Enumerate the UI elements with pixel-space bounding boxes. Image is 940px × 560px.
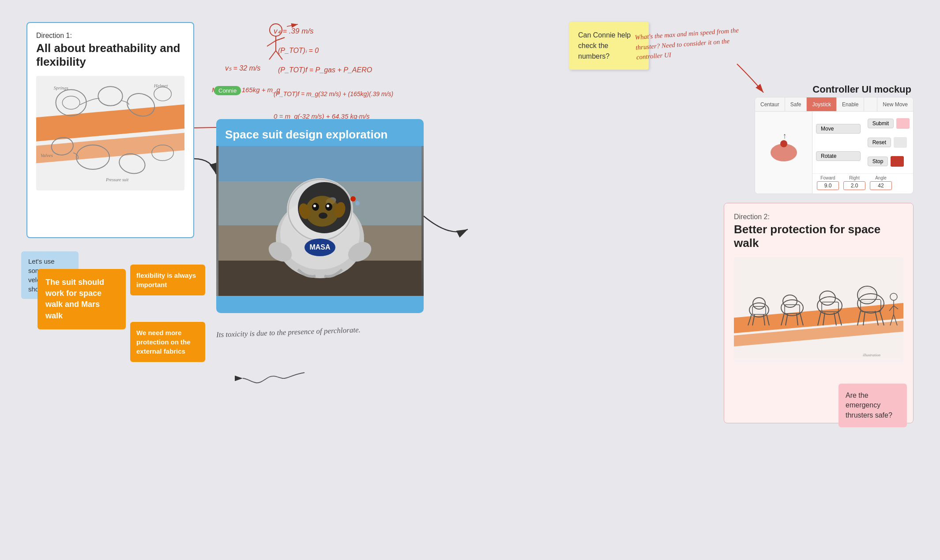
svg-line-21 (276, 37, 285, 41)
svg-point-5 (56, 90, 86, 116)
angle-field-group: Angle 42 (870, 175, 892, 190)
direction1-subtitle: Direction 1: (36, 32, 184, 40)
tab-centaur[interactable]: Centaur (755, 97, 785, 111)
svg-text:Pressure suit: Pressure suit (105, 177, 128, 182)
svg-line-22 (269, 51, 276, 60)
svg-point-38 (327, 205, 329, 207)
joystick-up-arrow: ↑ (783, 131, 787, 141)
foward-value[interactable]: 9.0 (817, 181, 839, 190)
orange-note-protection: We need more protection on the external … (130, 322, 205, 362)
tab-safe[interactable]: Safe (785, 97, 807, 111)
controller-input-fields: Foward 9.0 Right 2.0 Angle 42 (812, 173, 913, 194)
svg-line-20 (267, 41, 276, 46)
svg-point-37 (313, 205, 316, 207)
direction2-title: Better protection for space walk (734, 223, 903, 250)
svg-text:Springs: Springs (54, 86, 68, 91)
math-line4: (P_TOT)f = P_gas + P_AERO (278, 66, 372, 74)
controller-annotation: What's the max and min speed from the th… (635, 25, 747, 62)
reset-row: Reset (868, 137, 910, 148)
svg-text:Helmet: Helmet (154, 83, 168, 89)
controller-ui-card: Centaur Safe Joystick Enable New Move ↑ … (755, 97, 914, 194)
svg-text:Valves: Valves (41, 153, 53, 158)
joystick-control[interactable]: ↑ (771, 144, 797, 161)
orange-note-large: The suit should work for space walk and … (38, 269, 126, 329)
controller-controls: Move Rotate Submit Reset Stop (812, 112, 913, 194)
angle-label: Angle (875, 175, 887, 180)
joystick-dot (780, 140, 787, 147)
direction1-card: Direction 1: All about breathability and… (26, 22, 194, 238)
joystick-circle (771, 144, 797, 161)
direction2-subtitle: Direction 2: (734, 213, 903, 221)
center-card-image: MASA (216, 146, 424, 296)
direction1-image: Springs Helmet Valves Pressure suit (36, 76, 184, 190)
connie-user-label: Connie (214, 86, 241, 95)
stop-button[interactable]: Stop (868, 157, 888, 166)
submit-button[interactable]: Submit (868, 119, 894, 128)
foward-label: Foward (820, 175, 835, 180)
stop-row: Stop (868, 156, 910, 167)
svg-text:MASA: MASA (309, 243, 331, 251)
svg-point-34 (305, 196, 339, 227)
move-rotate-section: Move Rotate (812, 112, 864, 173)
controller-header: Centaur Safe Joystick Enable New Move (755, 97, 913, 112)
action-buttons-section: Submit Reset Stop (864, 112, 913, 173)
emergency-sticky-note: Are the emergency thrusters safe? (838, 384, 907, 427)
center-card-title: Space suit design exploration (216, 119, 424, 146)
center-card: Space suit design exploration (216, 119, 424, 313)
right-field-group: Right 2.0 (843, 175, 865, 190)
svg-point-9 (154, 87, 172, 101)
direction2-image: illustration (734, 257, 903, 363)
rotate-button[interactable]: Rotate (816, 151, 861, 161)
controller-body: ↑ Move Rotate Submit Reset (755, 112, 913, 194)
controller-buttons-area: Move Rotate Submit Reset Stop (812, 112, 913, 173)
math-line2: (P_TOT)ᵢ = 0 (278, 46, 319, 55)
reset-button[interactable]: Reset (868, 138, 891, 147)
dog-astronaut-image: MASA (216, 146, 424, 296)
stop-color-block (891, 156, 904, 167)
space-dogs-illustration: illustration (734, 257, 903, 363)
svg-point-47 (355, 201, 360, 205)
svg-point-7 (98, 87, 122, 106)
submit-row: Submit (868, 118, 910, 129)
svg-point-41 (319, 213, 327, 219)
angle-value[interactable]: 42 (870, 181, 892, 190)
tab-enable[interactable]: Enable (837, 97, 864, 111)
toxicity-annotation: Its toxicity is due to the presence of p… (216, 324, 361, 341)
tab-joystick[interactable]: Joystick (807, 97, 837, 111)
math-line6: (P_TOT)f = m_g(32 m/s) + (165kg)(.39 m/s… (274, 90, 393, 97)
math-line3: v₅ = 32 m/s (225, 64, 260, 72)
foward-field-group: Foward 9.0 (817, 175, 839, 190)
joystick-area: ↑ (755, 112, 812, 194)
right-value[interactable]: 2.0 (843, 181, 865, 190)
svg-point-46 (350, 196, 356, 202)
controller-ui-title: Controller UI mockup (812, 84, 911, 95)
submit-color-block (896, 118, 910, 129)
orange-note-flex: flexibility is always important (130, 265, 205, 295)
right-label: Right (849, 175, 859, 180)
direction1-title: All about breathability and flexibility (36, 41, 184, 69)
reset-color-block (894, 137, 907, 148)
math-line1: v₄ = .39 m/s (274, 26, 314, 36)
svg-point-6 (62, 96, 80, 109)
tab-new-move[interactable]: New Move (877, 97, 913, 111)
svg-text:illustration: illustration (863, 353, 881, 357)
move-button[interactable]: Move (816, 124, 861, 134)
